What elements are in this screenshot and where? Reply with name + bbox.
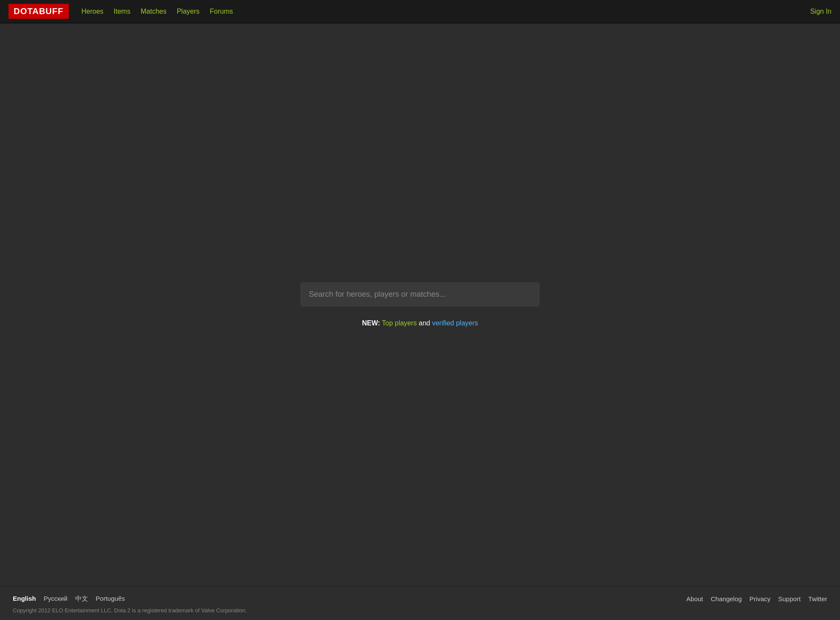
lang-chinese[interactable]: 中文: [75, 595, 88, 603]
footer-support[interactable]: Support: [778, 595, 801, 602]
site-footer: English Русский 中文 Português About Chang…: [0, 586, 840, 620]
copyright-text: Copyright 2012 ELO Entertainment LLC. Do…: [13, 607, 827, 614]
footer-privacy[interactable]: Privacy: [749, 595, 770, 602]
nav-heroes[interactable]: Heroes: [82, 8, 104, 15]
nav-matches[interactable]: Matches: [141, 8, 166, 15]
lang-english[interactable]: English: [13, 595, 36, 603]
site-header: DOTABUFF Heroes Items Matches Players Fo…: [0, 0, 840, 24]
nav-players[interactable]: Players: [177, 8, 200, 15]
site-logo[interactable]: DOTABUFF: [9, 4, 69, 19]
footer-about[interactable]: About: [686, 595, 703, 602]
top-players-link[interactable]: Top players: [382, 319, 417, 327]
main-content: NEW: Top players and verified players: [0, 24, 840, 586]
search-container: [300, 282, 540, 307]
main-nav: Heroes Items Matches Players Forums: [82, 8, 811, 15]
new-label: NEW:: [362, 319, 380, 327]
footer-top: English Русский 中文 Português About Chang…: [13, 595, 827, 603]
search-input[interactable]: [300, 282, 540, 307]
language-selector: English Русский 中文 Português: [13, 595, 125, 603]
signin-link[interactable]: Sign In: [810, 8, 831, 15]
footer-links: About Changelog Privacy Support Twitter: [686, 595, 827, 602]
and-text: and: [419, 319, 430, 327]
nav-items[interactable]: Items: [114, 8, 130, 15]
lang-portuguese[interactable]: Português: [96, 595, 125, 603]
footer-twitter[interactable]: Twitter: [808, 595, 827, 602]
nav-forums[interactable]: Forums: [210, 8, 233, 15]
lang-russian[interactable]: Русский: [44, 595, 68, 603]
footer-changelog[interactable]: Changelog: [711, 595, 742, 602]
new-features-section: NEW: Top players and verified players: [362, 319, 478, 327]
verified-players-link[interactable]: verified players: [432, 319, 478, 327]
